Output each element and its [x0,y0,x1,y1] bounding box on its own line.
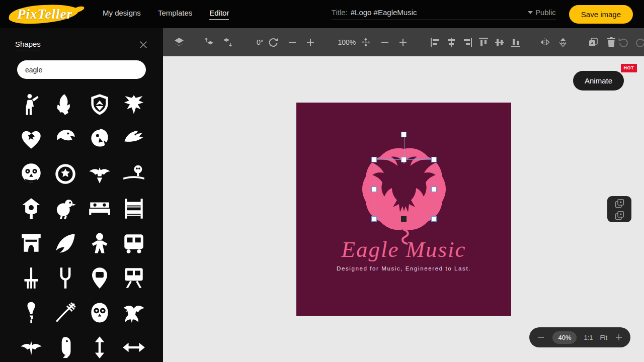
shape-tuning-fork-icon[interactable] [51,264,79,291]
flip-vertical-icon[interactable] [557,36,569,48]
layers-icon[interactable] [173,36,185,48]
shape-rake-icon[interactable] [17,264,45,291]
shapes-grid [0,82,163,360]
visibility-value: Public [535,8,556,17]
close-icon[interactable] [138,39,149,50]
shape-sausage-on-fork-icon[interactable] [17,299,45,326]
align-bottom-icon[interactable] [510,36,522,48]
copy-add-alt-icon[interactable] [614,210,625,221]
align-top-icon[interactable] [477,36,490,48]
design-canvas[interactable]: Eagle Music Designed for Music, Engineer… [296,103,511,316]
rotation-value: 0° [257,38,263,46]
zoom-in-icon[interactable] [614,333,623,342]
shape-eagle-claw-icon[interactable] [51,91,79,118]
delete-icon[interactable] [605,36,617,48]
align-left-icon[interactable] [429,36,441,48]
visibility-dropdown[interactable]: Public [528,8,556,17]
shape-bus-stop-sign-icon[interactable] [120,264,148,291]
canvas-workspace[interactable]: Eagle Music Designed for Music, Engineer… [163,56,644,362]
shape-flying-eagle-icon[interactable] [120,299,148,326]
chevron-down-icon [528,11,533,14]
shape-heraldic-eagle-icon[interactable] [120,91,148,118]
opacity-minus-icon[interactable] [379,36,391,48]
align-middle-vertical-icon[interactable] [494,36,506,48]
redo-icon[interactable] [634,36,644,48]
shape-bus-location-pin-icon[interactable] [86,264,114,291]
nav-editor[interactable]: Editor [209,9,229,20]
topbar: PixTeller My designs Templates Editor Ti… [0,0,644,28]
editor-toolbar: 0° 100% [163,28,644,56]
clone-panel [607,196,631,222]
pixteller-logo[interactable]: PixTeller [7,3,83,25]
zoom-fit-button[interactable]: Fit [600,334,607,341]
bring-forward-icon[interactable] [203,36,215,48]
selection-handle-se[interactable] [431,216,437,222]
design-title-group: Title: Public [332,8,556,20]
selection-rotate-handle[interactable] [401,132,407,137]
logo-brand-text[interactable]: Eagle Music [296,236,511,262]
opacity-plus-icon[interactable] [397,36,409,48]
rotate-plus-icon[interactable] [304,36,316,48]
shape-gingerbread-man-icon[interactable] [86,230,114,256]
opacity-value: 100% [338,38,356,46]
send-backward-icon[interactable] [221,36,233,48]
shape-falconer-icon[interactable] [17,91,45,118]
selection-handle-ne[interactable] [431,157,437,162]
copy-add-icon[interactable] [614,198,625,209]
flip-horizontal-icon[interactable] [539,36,551,48]
selection-handle-sw[interactable] [371,216,377,222]
selection-handle-nw[interactable] [371,157,377,162]
shape-eagle-face-icon[interactable] [17,160,45,187]
shape-perched-parrot-icon[interactable] [51,334,79,360]
hot-badge: HOT [621,64,637,72]
nav-my-designs[interactable]: My designs [103,9,141,20]
shape-baby-bird-icon[interactable] [51,195,79,222]
rotate-icon[interactable] [267,36,279,48]
duplicate-icon[interactable] [587,36,599,48]
title-label: Title: [332,8,348,17]
shape-eagle-head-front-icon[interactable] [86,126,114,152]
shape-eagle-head-profile-icon[interactable] [51,126,79,152]
zoom-actual-size-button[interactable]: 1:1 [584,334,593,341]
align-right-icon[interactable] [461,36,473,48]
design-title-input[interactable] [351,8,528,17]
shape-fork-sketch-icon[interactable] [51,299,79,326]
rotate-minus-icon[interactable] [286,36,298,48]
main-nav: My designs Templates Editor [103,9,229,20]
shape-bunk-bed-icon[interactable] [120,195,148,222]
opacity-icon[interactable] [360,36,372,48]
shape-birdhouse-icon[interactable] [17,195,45,222]
shape-owl-on-branch-icon[interactable] [120,160,148,187]
shape-arrows-horizontal-icon[interactable] [120,334,148,360]
shape-wing-icon[interactable] [51,230,79,256]
shape-bus-icon[interactable] [120,230,148,256]
zoom-level: 40% [552,331,577,344]
shape-double-bed-icon[interactable] [86,195,114,222]
shape-cia-badge-icon[interactable] [51,160,79,187]
shapes-panel-title: Shapes [15,40,41,50]
animate-button[interactable]: Animate [573,71,624,90]
selection-handle-s[interactable] [401,216,407,222]
shape-owl-icon[interactable] [86,299,114,326]
undo-icon[interactable] [617,36,629,48]
save-image-button[interactable]: Save image [569,5,633,24]
shapes-panel: Shapes [0,28,163,362]
zoom-bar: 40% 1:1 Fit [529,327,630,347]
selection-handle-e[interactable] [431,187,437,192]
nav-templates[interactable]: Templates [158,9,192,20]
selection-handle-w[interactable] [371,187,377,192]
shape-heart-with-bird-icon[interactable] [17,126,45,152]
shape-eagle-head-sketch-icon[interactable] [120,126,148,152]
logo-text: PixTeller [17,7,72,22]
shape-soaring-bird-icon[interactable] [17,334,45,360]
shape-fireplace-icon[interactable] [17,230,45,256]
logo-tagline-text[interactable]: Designed for Music, Engineered to Last. [296,265,511,272]
shape-eagle-shield-icon[interactable] [86,91,114,118]
selection-handle-n[interactable] [401,157,407,162]
align-center-horizontal-icon[interactable] [445,36,457,48]
shape-arrows-vertical-icon[interactable] [86,334,114,360]
zoom-out-icon[interactable] [536,333,545,342]
shape-search-input[interactable] [17,60,146,79]
shape-winged-emblem-icon[interactable] [86,160,114,187]
